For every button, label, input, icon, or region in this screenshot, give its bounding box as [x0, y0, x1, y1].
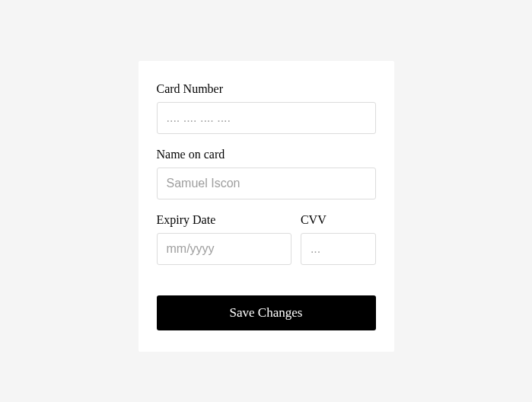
expiry-date-group: Expiry Date — [157, 213, 291, 265]
cvv-input[interactable] — [301, 233, 376, 265]
card-number-group: Card Number — [157, 82, 376, 134]
name-on-card-group: Name on card — [157, 148, 376, 199]
expiry-cvv-row: Expiry Date CVV — [157, 213, 376, 279]
save-changes-button[interactable]: Save Changes — [157, 295, 376, 330]
expiry-date-input[interactable] — [157, 233, 291, 265]
card-number-input[interactable] — [157, 102, 376, 134]
card-number-label: Card Number — [157, 82, 376, 96]
expiry-date-label: Expiry Date — [157, 213, 291, 227]
name-on-card-input[interactable] — [157, 168, 376, 199]
cvv-group: CVV — [301, 213, 376, 265]
cvv-label: CVV — [301, 213, 376, 227]
payment-form-card: Card Number Name on card Expiry Date CVV… — [139, 61, 394, 352]
name-on-card-label: Name on card — [157, 148, 376, 161]
